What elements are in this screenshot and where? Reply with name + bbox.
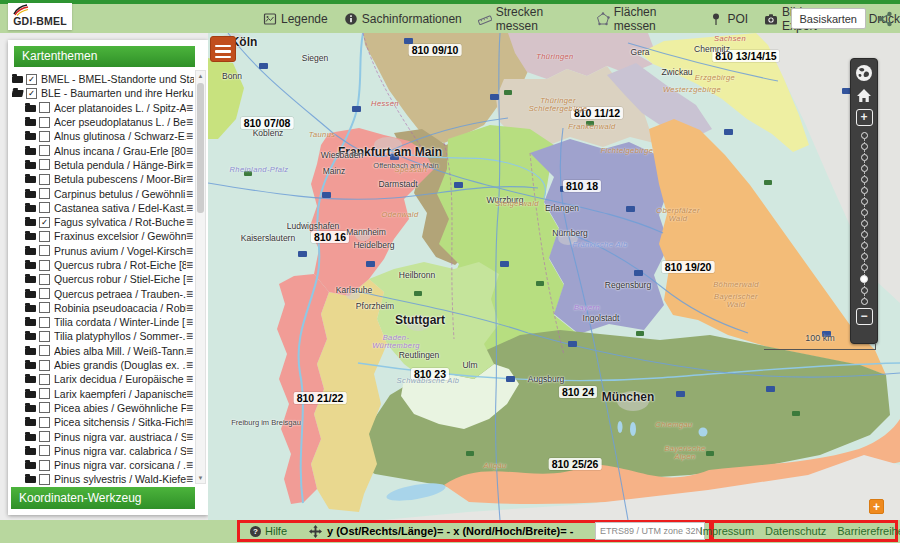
layer-checkbox[interactable]	[39, 474, 50, 485]
zoom-level-dot[interactable]	[861, 143, 868, 150]
layer-row[interactable]: Betula pubescens / Moor-Bir...≡	[12, 172, 194, 186]
zoom-level-dot[interactable]	[861, 187, 868, 194]
menu-toggle-button[interactable]	[210, 36, 236, 62]
menu-item-flaechen-messen[interactable]: Flächen messen	[596, 5, 694, 33]
layer-row[interactable]: Abies grandis (Douglas ex. ...≡	[12, 358, 194, 372]
layer-menu-icon[interactable]: ≡	[186, 389, 194, 399]
layer-checkbox[interactable]	[39, 445, 50, 456]
zoom-level-dot[interactable]	[860, 275, 868, 283]
globe-button[interactable]	[854, 64, 874, 82]
layer-panel-title[interactable]: Kartenthemen	[14, 46, 195, 67]
layer-row[interactable]: Alnus glutinosa / Schwarz-E...≡	[12, 129, 194, 143]
zoom-level-dot[interactable]	[861, 242, 868, 249]
zoom-out-button[interactable]: −	[854, 307, 874, 325]
link-barrierefreiheit[interactable]: Barrierefreiheit	[837, 525, 900, 537]
layer-menu-icon[interactable]: ≡	[186, 331, 194, 341]
zoom-slider[interactable]	[860, 132, 868, 305]
layer-checkbox[interactable]	[39, 402, 50, 413]
layer-menu-icon[interactable]: ≡	[186, 246, 194, 256]
layer-row[interactable]: ✓BMEL - BMEL-Standorte und Sta...	[12, 72, 194, 86]
layer-row[interactable]: Larix kaempferi / Japanische...≡	[12, 387, 194, 401]
help-button[interactable]: ? Hilfe	[250, 525, 287, 537]
map-plus-button[interactable]: +	[869, 499, 884, 514]
layer-row[interactable]: Alnus incana / Grau-Erle [803]≡	[12, 143, 194, 157]
layer-checkbox[interactable]	[39, 174, 50, 185]
layer-checkbox[interactable]	[39, 288, 50, 299]
layer-menu-icon[interactable]: ≡	[186, 117, 194, 127]
layer-checkbox[interactable]	[39, 145, 50, 156]
zoom-level-dot[interactable]	[861, 231, 868, 238]
layer-checkbox[interactable]	[39, 460, 50, 471]
layer-checkbox[interactable]	[39, 431, 50, 442]
layer-row[interactable]: Carpinus betulus / Gewöhnli...≡	[12, 186, 194, 200]
layer-checkbox[interactable]	[39, 331, 50, 342]
layer-checkbox[interactable]	[39, 131, 50, 142]
link-datenschutz[interactable]: Datenschutz	[765, 525, 826, 537]
layer-menu-icon[interactable]: ≡	[186, 432, 194, 442]
layer-checkbox[interactable]	[39, 159, 50, 170]
layer-menu-icon[interactable]: ≡	[186, 203, 194, 213]
layer-row[interactable]: Quercus rubra / Rot-Eiche [8...≡	[12, 258, 194, 272]
layer-checkbox[interactable]	[39, 202, 50, 213]
layer-menu-icon[interactable]: ≡	[186, 131, 194, 141]
layer-checkbox[interactable]: ✓	[39, 217, 50, 228]
zoom-level-dot[interactable]	[861, 220, 868, 227]
layer-row[interactable]: Pinus nigra var. corsicana / ...≡	[12, 458, 194, 472]
layer-row[interactable]: Abies alba Mill. / Weiß-Tann...≡	[12, 344, 194, 358]
scrollbar-thumb[interactable]	[197, 83, 204, 213]
layer-row[interactable]: Picea sitchensis / Sitka-Ficht...≡	[12, 415, 194, 429]
layer-checkbox[interactable]	[39, 317, 50, 328]
layer-row[interactable]: Fraxinus excelsior / Gewöhn...≡	[12, 229, 194, 243]
layer-checkbox[interactable]	[39, 374, 50, 385]
layer-row[interactable]: Pinus nigra var. austriaca / S...≡	[12, 429, 194, 443]
zoom-level-dot[interactable]	[861, 253, 868, 260]
layer-checkbox[interactable]	[39, 260, 50, 271]
zoom-level-dot[interactable]	[861, 287, 868, 294]
layer-row[interactable]: Prunus avium / Vogel-Kirsch...≡	[12, 244, 194, 258]
zoom-level-dot[interactable]	[861, 198, 868, 205]
layer-checkbox[interactable]: ✓	[26, 88, 37, 99]
layer-menu-icon[interactable]: ≡	[186, 346, 194, 356]
layer-row[interactable]: Acer pseudoplatanus L. / Be...≡	[12, 115, 194, 129]
layer-row[interactable]: Pinus nigra var. calabrica / S...≡	[12, 444, 194, 458]
zoom-level-dot[interactable]	[861, 209, 868, 216]
basemap-button[interactable]: Basiskarten	[791, 8, 866, 29]
layer-menu-icon[interactable]: ≡	[186, 146, 194, 156]
layer-row[interactable]: Robinia pseudoacacia / Robi...≡	[12, 301, 194, 315]
layer-row[interactable]: Quercus petraea / Trauben-...≡	[12, 286, 194, 300]
layer-row[interactable]: ✓BLE - Baumarten und ihre Herku...	[12, 86, 194, 100]
layer-row[interactable]: ✓Fagus sylvatica / Rot-Buche ...≡	[12, 215, 194, 229]
menu-item-sachinformationen[interactable]: Sachinformationen	[344, 12, 462, 26]
layer-menu-icon[interactable]: ≡	[186, 274, 194, 284]
layer-menu-icon[interactable]: ≡	[186, 289, 194, 299]
layer-menu-icon[interactable]: ≡	[186, 103, 194, 113]
layer-menu-icon[interactable]: ≡	[186, 174, 194, 184]
crs-select[interactable]: ETRS89 / UTM zone 32N ▼	[595, 522, 705, 540]
layer-menu-icon[interactable]: ≡	[186, 317, 194, 327]
layer-row[interactable]: Larix decidua / Europäische ...≡	[12, 372, 194, 386]
zoom-level-dot[interactable]	[861, 165, 868, 172]
layer-checkbox[interactable]	[39, 245, 50, 256]
layer-checkbox[interactable]	[39, 102, 50, 113]
scroll-down-button[interactable]: ▼	[196, 473, 205, 483]
layer-checkbox[interactable]	[39, 302, 50, 313]
layer-menu-icon[interactable]: ≡	[186, 260, 194, 270]
menu-item-poi[interactable]: POI	[709, 12, 748, 26]
share-button[interactable]	[876, 11, 894, 27]
layer-row[interactable]: Quercus robur / Stiel-Eiche [...≡	[12, 272, 194, 286]
home-button[interactable]	[854, 86, 874, 104]
layer-menu-icon[interactable]: ≡	[186, 360, 194, 370]
layer-checkbox[interactable]	[39, 117, 50, 128]
layer-row[interactable]: Picea abies / Gewöhnliche F...≡	[12, 401, 194, 415]
layer-menu-icon[interactable]: ≡	[186, 446, 194, 456]
scroll-up-button[interactable]: ▲	[196, 71, 205, 81]
layer-checkbox[interactable]	[39, 188, 50, 199]
layer-checkbox[interactable]	[39, 274, 50, 285]
layer-checkbox[interactable]	[39, 231, 50, 242]
zoom-level-dot[interactable]	[861, 176, 868, 183]
zoom-level-dot[interactable]	[861, 264, 868, 271]
layer-row[interactable]: Tilia cordata / Winter-Linde [...≡	[12, 315, 194, 329]
link-impressum[interactable]: Impressum	[700, 525, 754, 537]
zoom-in-button[interactable]: +	[854, 108, 874, 126]
layer-menu-icon[interactable]: ≡	[186, 189, 194, 199]
